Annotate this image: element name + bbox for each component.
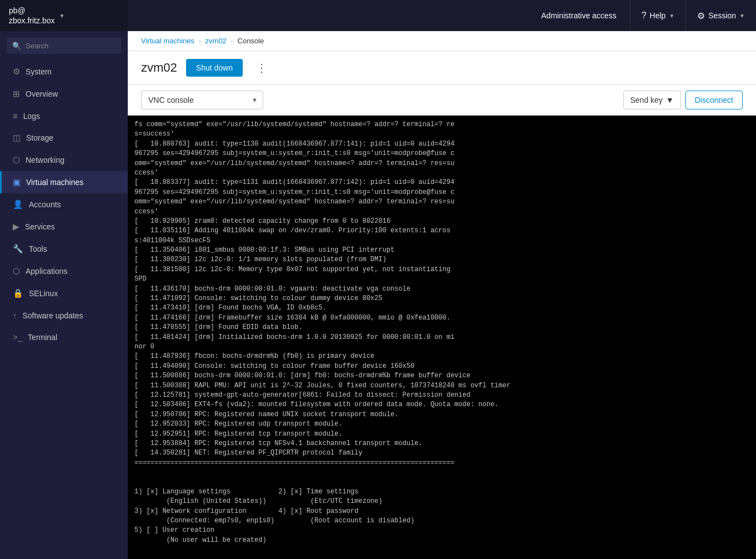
brand-dropdown-arrow: ▼ [59, 13, 64, 19]
main-layout: 🔍 ⚙ System ⊞ Overview ≡ Logs ◫ Storage ⬡… [0, 31, 756, 559]
services-icon: ▶ [13, 222, 19, 232]
help-label: Help [650, 11, 666, 20]
disconnect-button[interactable]: Disconnect [685, 91, 743, 109]
search-box[interactable]: 🔍 [7, 38, 121, 54]
sidebar-item-overview[interactable]: ⊞ Overview [0, 83, 128, 105]
session-label: Session [708, 11, 736, 20]
session-button[interactable]: ⚙ Session ▼ [685, 0, 756, 31]
breadcrumb-zvm02[interactable]: zvm02 [206, 37, 227, 45]
vnc-actions: Send key ▼ Disconnect [623, 91, 743, 109]
sidebar-item-storage[interactable]: ◫ Storage [0, 127, 128, 149]
logs-icon: ≡ [13, 111, 18, 121]
sidebar-item-label: Services [25, 222, 55, 231]
session-icon: ⚙ [697, 11, 705, 21]
brand-label: pb@ zbox.fritz.box [9, 6, 54, 26]
vnc-console-select[interactable]: VNC console Desktop viewer Serial consol… [141, 91, 263, 109]
terminal-icon: >_ [13, 332, 22, 342]
brand-hostname: zbox.fritz.box [9, 16, 54, 26]
virtual-machines-icon: ▣ [13, 177, 21, 187]
send-key-label: Send key [630, 96, 663, 104]
page-title: zvm02 [141, 61, 177, 75]
help-icon: ? [642, 11, 647, 21]
sidebar-item-applications[interactable]: ⬡ Applications [0, 260, 128, 282]
overview-icon: ⊞ [13, 89, 20, 99]
vnc-toolbar: VNC console Desktop viewer Serial consol… [128, 85, 756, 116]
console-container: fs comm="systemd" exe="/usr/lib/systemd/… [128, 116, 756, 559]
help-button[interactable]: ? Help ▼ [630, 0, 686, 31]
sidebar-item-accounts[interactable]: 👤 Accounts [0, 193, 128, 216]
sidebar-item-system[interactable]: ⚙ System [0, 61, 128, 83]
sidebar-item-label: Logs [23, 112, 40, 121]
send-key-button[interactable]: Send key ▼ [623, 91, 681, 109]
help-dropdown-arrow: ▼ [669, 13, 674, 19]
sidebar-item-services[interactable]: ▶ Services [0, 216, 128, 238]
sidebar-item-label: Software updates [23, 311, 83, 320]
breadcrumb-virtual-machines[interactable]: Virtual machines [141, 37, 194, 45]
search-icon: 🔍 [12, 42, 21, 50]
breadcrumb-sep-2: › [231, 38, 233, 44]
sidebar-item-label: SELinux [29, 289, 58, 298]
sidebar-item-label: Accounts [29, 200, 61, 209]
sidebar: 🔍 ⚙ System ⊞ Overview ≡ Logs ◫ Storage ⬡… [0, 31, 128, 559]
brand-username: pb@ [9, 6, 54, 16]
top-header: pb@ zbox.fritz.box ▼ Administrative acce… [0, 0, 756, 31]
content-area: Virtual machines › zvm02 › Console zvm02… [128, 31, 756, 559]
networking-icon: ⬡ [13, 155, 20, 165]
sidebar-item-virtual-machines[interactable]: ▣ Virtual machines [0, 171, 128, 193]
accounts-icon: 👤 [13, 199, 23, 209]
search-input[interactable] [26, 42, 116, 50]
sidebar-item-label: System [26, 67, 52, 76]
admin-access-label: Administrative access [528, 11, 629, 20]
breadcrumb: Virtual machines › zvm02 › Console [128, 31, 756, 51]
sidebar-item-label: Networking [26, 156, 64, 164]
shutdown-button[interactable]: Shut down [186, 59, 243, 77]
brand-area[interactable]: pb@ zbox.fritz.box ▼ [0, 0, 128, 31]
sidebar-item-selinux[interactable]: 🔒 SELinux [0, 282, 128, 305]
breadcrumb-console: Console [238, 37, 264, 45]
storage-icon: ◫ [13, 133, 21, 143]
sidebar-item-terminal[interactable]: >_ Terminal [0, 326, 128, 348]
send-key-wrapper: Send key ▼ [623, 91, 681, 109]
vnc-console-selector: VNC console Desktop viewer Serial consol… [141, 91, 263, 109]
sidebar-item-label: Applications [26, 267, 68, 276]
session-dropdown-arrow: ▼ [739, 13, 745, 19]
applications-icon: ⬡ [13, 266, 20, 276]
sidebar-item-label: Terminal [28, 333, 57, 342]
system-icon: ⚙ [13, 67, 20, 77]
sidebar-item-label: Storage [26, 133, 53, 142]
sidebar-item-label: Overview [26, 89, 58, 98]
send-key-arrow: ▼ [666, 96, 674, 104]
sidebar-item-label: Tools [29, 244, 47, 253]
software-updates-icon: ↑ [13, 311, 17, 320]
sidebar-item-logs[interactable]: ≡ Logs [0, 105, 128, 127]
breadcrumb-sep-1: › [199, 38, 201, 44]
sidebar-item-tools[interactable]: 🔧 Tools [0, 238, 128, 260]
selinux-icon: 🔒 [13, 288, 23, 298]
sidebar-item-software-updates[interactable]: ↑ Software updates [0, 305, 128, 326]
console-output[interactable]: fs comm="systemd" exe="/usr/lib/systemd/… [128, 116, 756, 559]
sidebar-item-label: Virtual machines [26, 178, 83, 187]
header-actions: Administrative access ? Help ▼ ⚙ Session… [528, 0, 756, 31]
more-options-button[interactable]: ⋮ [252, 59, 272, 77]
sidebar-item-networking[interactable]: ⬡ Networking [0, 149, 128, 171]
page-header: zvm02 Shut down ⋮ [128, 51, 756, 85]
tools-icon: 🔧 [13, 244, 23, 254]
